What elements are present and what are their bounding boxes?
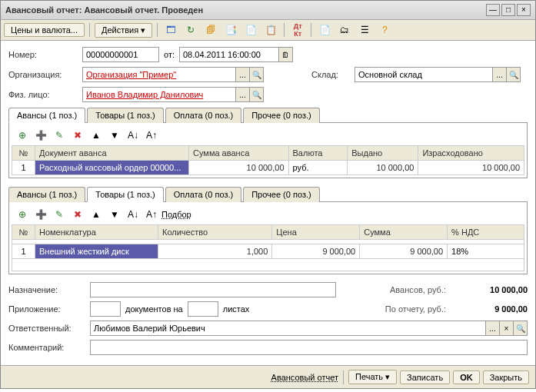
col-currency[interactable]: Валюта [288, 146, 348, 161]
cell-nomenclature[interactable]: Внешний жесткий диск [35, 244, 158, 259]
dest-field[interactable] [90, 282, 336, 297]
podbor-link[interactable]: Подбор [161, 210, 191, 219]
edit-icon[interactable]: ✎ [51, 207, 68, 222]
org-field[interactable] [82, 67, 236, 82]
col-price[interactable]: Цена [272, 225, 360, 240]
col-qty[interactable]: Количество [158, 225, 272, 240]
table-row[interactable]: 1 Расходный кассовый ордер 00000... 10 0… [12, 161, 524, 175]
dt-kt-icon[interactable]: ДтКт [289, 22, 306, 38]
select-icon[interactable]: ... [486, 321, 500, 336]
col-given[interactable]: Выдано [348, 146, 418, 161]
tab-payment-2[interactable]: Оплата (0 поз.) [165, 187, 241, 202]
ok-button[interactable]: OK [453, 370, 480, 384]
save-button[interactable]: Записать [400, 370, 450, 384]
sort-desc-icon[interactable]: A↑ [143, 128, 160, 143]
col-vat[interactable]: % НДС [448, 225, 524, 240]
report-icon[interactable]: 📄 [316, 22, 333, 38]
add-icon[interactable]: ⊕ [14, 207, 31, 222]
warehouse-field[interactable] [355, 67, 493, 82]
col-spent[interactable]: Израсходовано [418, 146, 524, 161]
up-icon[interactable]: ▲ [88, 128, 105, 143]
tab-other[interactable]: Прочее (0 поз.) [243, 108, 319, 123]
help-icon[interactable]: ? [376, 22, 393, 38]
tab-advances[interactable]: Авансы (1 поз.) [8, 108, 85, 123]
person-label: Физ. лицо: [8, 90, 78, 99]
col-num[interactable]: № [12, 225, 35, 240]
window-title: Авансовый отчет: Авансовый отчет. Провед… [5, 5, 486, 15]
insert-icon[interactable]: ➕ [32, 128, 49, 143]
refresh-icon[interactable]: ↻ [182, 22, 199, 38]
cell-sum: 9 000,00 [360, 244, 448, 259]
cell-doc[interactable]: Расходный кассовый ордер 00000... [35, 161, 189, 175]
col-doc[interactable]: Документ аванса [35, 146, 189, 161]
report-total-label: По отчету, руб.: [385, 304, 446, 314]
table-row[interactable]: 1 Внешний жесткий диск 1,000 9 000,00 9 … [12, 244, 524, 259]
form-icon[interactable]: 🗔 [162, 22, 179, 38]
open-icon[interactable]: 🔍 [514, 321, 528, 336]
tab-payment[interactable]: Оплата (0 поз.) [165, 108, 241, 123]
col-sum[interactable]: Сумма аванса [189, 146, 289, 161]
cell-vat: 18% [448, 244, 524, 259]
add-icon[interactable]: ⊕ [14, 128, 31, 143]
resp-label: Ответственный: [8, 324, 85, 333]
prices-button[interactable]: Цены и валюта... [4, 23, 85, 37]
col-nomenclature[interactable]: Номенклатура [35, 225, 158, 240]
close-button[interactable]: × [517, 4, 531, 16]
structure-icon[interactable]: 🗂 [336, 22, 353, 38]
sort-desc-icon[interactable]: A↑ [143, 207, 160, 222]
open-icon[interactable]: 🔍 [250, 67, 264, 82]
down-icon[interactable]: ▼ [106, 207, 123, 222]
cell-currency: руб. [288, 161, 348, 175]
report-link[interactable]: Авансовый отчет [271, 373, 338, 382]
select-icon[interactable]: ... [236, 67, 250, 82]
separator [89, 23, 90, 37]
docs-label: документов на [125, 304, 183, 314]
tab-other-2[interactable]: Прочее (0 поз.) [243, 187, 319, 202]
copy-icon[interactable]: 🗐 [202, 22, 219, 38]
comment-field[interactable] [90, 340, 528, 355]
person-field[interactable] [82, 87, 236, 102]
down-icon[interactable]: ▼ [106, 128, 123, 143]
docs-count-field[interactable] [90, 301, 121, 317]
table-toolbar: ⊕ ➕ ✎ ✖ ▲ ▼ A↓ A↑ [12, 125, 524, 145]
open-icon[interactable]: 🔍 [250, 87, 264, 102]
col-sum[interactable]: Сумма [360, 225, 448, 240]
clear-icon[interactable]: × [500, 321, 514, 336]
sort-asc-icon[interactable]: A↓ [125, 207, 141, 222]
post-icon[interactable]: 📑 [222, 22, 239, 38]
resp-field[interactable] [90, 321, 486, 336]
list-icon[interactable]: ☰ [356, 22, 373, 38]
date-field[interactable] [179, 47, 279, 62]
att-label: Приложение: [8, 304, 85, 314]
minimize-button[interactable]: — [486, 4, 500, 16]
maximize-button[interactable]: □ [501, 4, 515, 16]
up-icon[interactable]: ▲ [88, 207, 105, 222]
tab-panel-advances: ⊕ ➕ ✎ ✖ ▲ ▼ A↓ A↑ № Документ аванса Сумм… [8, 123, 528, 178]
movements-icon[interactable]: 📋 [262, 22, 279, 38]
post-go-icon[interactable]: 📄 [242, 22, 259, 38]
print-button[interactable]: Печать ▾ [348, 370, 397, 384]
tab-advances-2[interactable]: Авансы (1 поз.) [8, 187, 85, 202]
calendar-icon[interactable]: 🗓 [279, 47, 293, 62]
tab-goods-2[interactable]: Товары (1 поз.) [87, 187, 163, 202]
cell-qty: 1,000 [158, 244, 272, 259]
table-toolbar: ⊕ ➕ ✎ ✖ ▲ ▼ A↓ A↑ Подбор [12, 204, 524, 224]
advances-total-value: 10 000,00 [451, 285, 528, 294]
number-field[interactable] [82, 47, 159, 62]
edit-icon[interactable]: ✎ [51, 128, 68, 143]
sort-asc-icon[interactable]: A↓ [125, 128, 141, 143]
open-icon[interactable]: 🔍 [507, 67, 521, 82]
close-footer-button[interactable]: Закрыть [483, 370, 529, 384]
cell-price: 9 000,00 [272, 244, 360, 259]
tab-goods[interactable]: Товары (1 поз.) [87, 108, 163, 123]
select-icon[interactable]: ... [236, 87, 250, 102]
cell-spent: 10 000,00 [418, 161, 524, 175]
sheets-count-field[interactable] [188, 301, 218, 317]
col-num[interactable]: № [12, 146, 35, 161]
separator [343, 370, 344, 384]
delete-icon[interactable]: ✖ [69, 128, 86, 143]
actions-button[interactable]: Действия ▾ [95, 23, 152, 38]
select-icon[interactable]: ... [493, 67, 507, 82]
insert-icon[interactable]: ➕ [32, 207, 49, 222]
delete-icon[interactable]: ✖ [69, 207, 86, 222]
